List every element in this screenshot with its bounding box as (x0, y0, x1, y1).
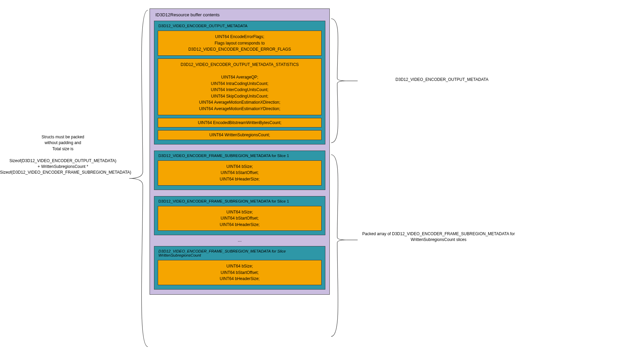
text: Structs must be packed (0, 134, 126, 140)
subregion-metadata-slice1-box: D3D12_VIDEO_ENCODER_FRAME_SUBREGION_META… (154, 151, 325, 190)
buffer-contents-title: ID3D12Resource buffer contents (154, 12, 325, 21)
left-size-note: Structs must be packed without padding a… (0, 134, 126, 176)
text: WrittenSubregionsCount slices (350, 237, 527, 243)
text: D3D12_VIDEO_ENCODER_OUTPUT_METADATA (395, 77, 488, 82)
text: UINT64 bStartOffset; (160, 170, 319, 176)
text: UINT64 bSize; (160, 163, 319, 170)
output-metadata-title: D3D12_VIDEO_ENCODER_OUTPUT_METADATA (158, 24, 322, 31)
text: Packed array of D3D12_VIDEO_ENCODER_FRAM… (350, 231, 527, 237)
slice-fields-box: UINT64 bSize; UINT64 bStartOffset; UINT6… (158, 160, 322, 186)
slice-title: D3D12_VIDEO_ENCODER_FRAME_SUBREGION_META… (158, 154, 322, 160)
text: UINT64 SkipCodingUnitsCount; (160, 93, 319, 100)
output-metadata-box: D3D12_VIDEO_ENCODER_OUTPUT_METADATA UINT… (154, 21, 325, 144)
brace-right-top-icon (330, 17, 358, 144)
text: Total size is (0, 146, 126, 152)
slice-title: D3D12_VIDEO_ENCODER_FRAME_SUBREGION_META… (158, 249, 322, 260)
buffer-contents-container: ID3D12Resource buffer contents D3D12_VID… (150, 8, 330, 295)
diagram-stage: Structs must be packed without padding a… (0, 0, 633, 364)
slice-fields-box: UINT64 bSize; UINT64 bStartOffset; UINT6… (158, 260, 322, 285)
text: UINT64 bSize; (160, 209, 319, 215)
text: UINT64 bHeaderSize; (160, 176, 319, 183)
text: Sizeof(D3D12_VIDEO_ENCODER_OUTPUT_METADA… (0, 158, 126, 164)
written-subregions-count-box: UINT64 WrittenSubregionsCount; (158, 130, 322, 140)
text: + WrittenSubregionsCount * (0, 164, 126, 170)
right-subregion-label: Packed array of D3D12_VIDEO_ENCODER_FRAM… (350, 231, 527, 243)
text: UINT64 InterCodingUnitsCount; (160, 87, 319, 93)
slice-title: D3D12_VIDEO_ENCODER_FRAME_SUBREGION_META… (158, 199, 322, 206)
slice-fields-box: UINT64 bSize; UINT64 bStartOffset; UINT6… (158, 206, 322, 231)
text (0, 152, 126, 158)
encode-error-flags-box: UINT64 EncodeErrorFlags; Flags layout co… (158, 31, 322, 56)
output-metadata-statistics-box: D3D12_VIDEO_ENCODER_OUTPUT_METADATA_STAT… (158, 58, 322, 115)
text: UINT64 IntraCodingUnitsCount; (160, 81, 319, 87)
text: Sizeof(D3D12_VIDEO_ENCODER_FRAME_SUBREGI… (0, 170, 126, 175)
text: D3D12_VIDEO_ENCODER_ENCODE_ERROR_FLAGS (160, 46, 319, 53)
text: UINT64 AverageMotionEstimationXDirection… (160, 99, 319, 106)
ellipsis: … (154, 238, 325, 243)
text: UINT64 bStartOffset; (160, 215, 319, 222)
brace-left-icon (127, 8, 150, 348)
text: UINT64 EncodeErrorFlags; (160, 34, 319, 40)
text (160, 68, 319, 74)
text: UINT64 bHeaderSize; (160, 222, 319, 228)
text: Flags layout corresponds to (160, 40, 319, 47)
text: D3D12_VIDEO_ENCODER_OUTPUT_METADATA_STAT… (160, 62, 319, 68)
encoded-bitstream-bytes-box: UINT64 EncodedBitstreamWrittenBytesCount… (158, 118, 322, 128)
text: D3D12_VIDEO_ENCODER_FRAME_SUBREGION_META… (158, 249, 322, 253)
text: UINT64 AverageMotionEstimationYDirection… (160, 106, 319, 112)
subregion-metadata-slice-n-box: D3D12_VIDEO_ENCODER_FRAME_SUBREGION_META… (154, 246, 325, 290)
right-metadata-label: D3D12_VIDEO_ENCODER_OUTPUT_METADATA (354, 77, 530, 82)
text: WrittenSubregionsCount (158, 253, 322, 257)
text: UINT64 bStartOffset; (160, 270, 319, 276)
text: without padding and (0, 140, 126, 146)
subregion-metadata-slice2-box: D3D12_VIDEO_ENCODER_FRAME_SUBREGION_META… (154, 196, 325, 236)
text: UINT64 WrittenSubregionsCount; (209, 133, 270, 137)
brace-right-bottom-icon (330, 153, 358, 338)
text: UINT64 AverageQP; (160, 74, 319, 81)
text: UINT64 bSize; (160, 263, 319, 270)
text: UINT64 bHeaderSize; (160, 276, 319, 282)
text: UINT64 EncodedBitstreamWrittenBytesCount… (198, 120, 281, 125)
